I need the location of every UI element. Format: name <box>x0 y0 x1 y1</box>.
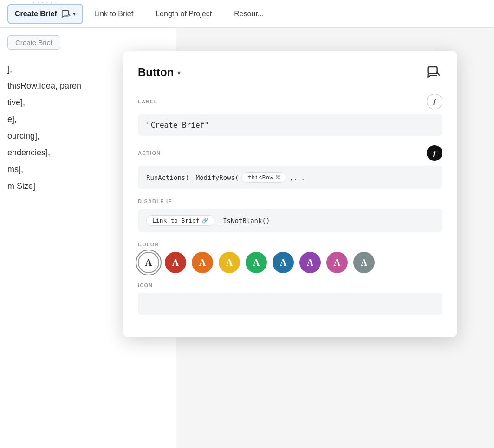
action-formula-badge[interactable]: f <box>427 145 442 161</box>
svg-rect-0 <box>62 10 68 15</box>
disable-pill-text: Link to Brief <box>152 217 200 224</box>
tab-icon-group[interactable]: ▾ <box>61 9 76 19</box>
color-yellow[interactable]: A <box>219 252 240 273</box>
action-section-title: ACTION <box>138 150 161 156</box>
color-orange[interactable]: A <box>192 252 213 273</box>
tab-create-brief-label: Create Brief <box>15 10 57 18</box>
action-thisrow-pill[interactable]: thisRow ⛓ <box>241 172 286 183</box>
disable-section: DISABLE IF Link to Brief 🔗 .IsNotBlank() <box>138 198 442 232</box>
color-gray[interactable]: A <box>353 252 375 273</box>
color-purple[interactable]: A <box>299 252 321 273</box>
tab-length-of-project[interactable]: Length of Project <box>144 6 223 22</box>
tab-dots: · · · · · · <box>33 0 58 5</box>
label-value-text: "Create Brief" <box>146 121 209 129</box>
tab-length-label: Length of Project <box>156 10 212 18</box>
tab-resource-label: Resour... <box>234 10 264 18</box>
color-section: COLOR A A A A A A A <box>138 242 442 273</box>
icon-field[interactable] <box>138 293 442 315</box>
comment-cursor-icon <box>61 9 71 19</box>
disable-section-header: DISABLE IF <box>138 198 442 204</box>
action-code-field[interactable]: RunActions( ModifyRows( thisRow ⛓ ,... <box>138 166 442 189</box>
color-section-title: COLOR <box>138 242 159 247</box>
popup-title-row: Button ▾ <box>138 66 181 79</box>
action-run-actions: RunActions( <box>146 174 189 181</box>
disable-link-icon: 🔗 <box>202 218 208 224</box>
cursor-icon <box>427 65 442 80</box>
label-section-header: LABEL f <box>138 94 442 109</box>
label-section: LABEL f "Create Brief" <box>138 94 442 136</box>
color-options-row: A A A A A A A A A <box>138 252 442 273</box>
svg-rect-2 <box>428 67 437 74</box>
disable-code-field[interactable]: Link to Brief 🔗 .IsNotBlank() <box>138 209 442 232</box>
color-red[interactable]: A <box>165 252 186 273</box>
action-link-icon: ⛓ <box>275 174 280 180</box>
disable-link-brief-pill[interactable]: Link to Brief 🔗 <box>146 215 214 226</box>
tab-resource[interactable]: Resour... <box>223 6 275 22</box>
disable-isnotblank: .IsNotBlank() <box>219 217 270 224</box>
chevron-down-icon[interactable]: ▾ <box>73 11 76 17</box>
color-default[interactable]: A <box>138 252 159 273</box>
icon-section: ICON <box>138 282 442 315</box>
action-section: ACTION f RunActions( ModifyRows( thisRow… <box>138 145 442 189</box>
tab-link-brief[interactable]: Link to Brief <box>83 6 144 22</box>
top-bar: · · · · · · Create Brief ▾ Link to Brief… <box>0 0 494 28</box>
action-section-header: ACTION f <box>138 145 442 161</box>
action-modify-rows: ModifyRows( <box>196 174 239 181</box>
popup-title-chevron-icon[interactable]: ▾ <box>177 69 181 77</box>
icon-section-header: ICON <box>138 282 442 288</box>
action-rest-code: ,... <box>289 174 305 181</box>
sub-tab-label: Create Brief <box>15 38 52 46</box>
button-config-popup: Button ▾ LABEL f "Create Brief" ACTION <box>123 51 457 337</box>
tab-create-brief[interactable]: · · · · · · Create Brief ▾ <box>7 4 83 24</box>
color-section-header: COLOR <box>138 242 442 247</box>
tab-link-brief-label: Link to Brief <box>94 10 133 18</box>
sub-tab-create-brief[interactable]: Create Brief <box>7 35 60 50</box>
popup-title: Button <box>138 66 174 79</box>
label-section-title: LABEL <box>138 99 158 104</box>
label-value-field[interactable]: "Create Brief" <box>138 114 442 136</box>
popup-header-cursor-icon[interactable] <box>426 64 442 81</box>
color-pink[interactable]: A <box>326 252 348 273</box>
color-blue[interactable]: A <box>273 252 294 273</box>
label-formula-badge[interactable]: f <box>427 94 442 109</box>
action-thisrow-text: thisRow <box>247 174 273 181</box>
icon-section-title: ICON <box>138 282 153 288</box>
popup-header: Button ▾ <box>138 64 442 81</box>
disable-section-title: DISABLE IF <box>138 198 172 204</box>
color-green[interactable]: A <box>246 252 267 273</box>
